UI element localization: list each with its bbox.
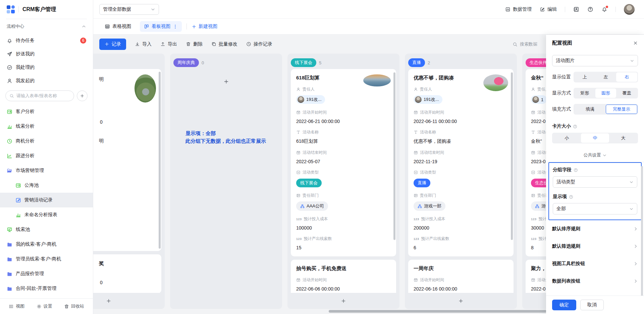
common-settings-toggle[interactable]: 公共设置 bbox=[552, 152, 638, 158]
option-大[interactable]: 大 bbox=[609, 133, 637, 143]
search-icon bbox=[513, 42, 518, 47]
sidebar-item-抄送我的[interactable]: 抄送我的 bbox=[0, 47, 93, 61]
display-items-select[interactable]: 全部 bbox=[553, 203, 637, 214]
sidebar-item-产品售后服务[interactable]: 产品售后服务 bbox=[0, 296, 93, 298]
start-time-value: 2022-06-11 00:00:00 bbox=[414, 119, 508, 124]
option-小[interactable]: 小 bbox=[553, 133, 581, 143]
sidebar-item-营销活动记录[interactable]: 营销活动记录 bbox=[0, 193, 93, 207]
chevron-up-icon[interactable] bbox=[82, 24, 86, 29]
footer-回收站-button[interactable]: 回收站 bbox=[64, 303, 84, 309]
owner-chip[interactable]: 191改... bbox=[414, 95, 442, 104]
sidebar-item-待办任务[interactable]: 待办任务6 bbox=[0, 34, 93, 47]
cancel-button[interactable]: 取消 bbox=[580, 300, 604, 310]
kanban-card[interactable]: 奖0 bbox=[93, 254, 161, 293]
option-上[interactable]: 上 bbox=[574, 72, 595, 82]
toolbar-导出-button[interactable]: 导出 bbox=[160, 41, 177, 47]
panel-nav-视图工具栏按钮[interactable]: 视图工具栏按钮 bbox=[552, 255, 638, 272]
panel-nav-数据列表按钮[interactable]: 数据列表按钮 bbox=[552, 272, 638, 290]
kanban-card[interactable]: 优惠不够，团购凑责任人191改...活动开始时间2022-06-11 00:00… bbox=[408, 69, 514, 256]
panel-scrollbar[interactable] bbox=[641, 166, 643, 296]
header-action-编辑[interactable]: 编辑 bbox=[540, 6, 557, 12]
option-圆形[interactable]: 圆形 bbox=[595, 88, 616, 98]
option-填满[interactable]: 填满 bbox=[574, 105, 606, 114]
new-view-button[interactable]: 新建视图 bbox=[192, 23, 217, 29]
up-icon bbox=[160, 42, 165, 47]
sidebar-item-商机分析[interactable]: 商机分析 bbox=[0, 134, 93, 148]
kanban-card[interactable]: 一周年庆活动开始时间2022-06-16 00:00:00活动名称 bbox=[408, 260, 514, 293]
number-field-icon: 123 bbox=[414, 237, 419, 241]
add-card-button[interactable] bbox=[408, 293, 514, 309]
chevron-right-icon bbox=[633, 244, 638, 249]
sidebar-item-公海池[interactable]: 公海池 bbox=[0, 178, 93, 193]
sidebar-search-input[interactable]: 请输入表单/报表名称 bbox=[5, 90, 74, 101]
sidebar-item-合同-回款-开票管理[interactable]: 合同-回款-开票管理 bbox=[0, 281, 93, 296]
option-左[interactable]: 左 bbox=[595, 72, 616, 82]
image-field-select[interactable]: 活动图片 bbox=[552, 55, 638, 66]
column-scrollbar[interactable] bbox=[511, 72, 513, 240]
tab-kanban-view[interactable]: 看板视图 bbox=[140, 21, 182, 32]
confirm-button[interactable]: 确定 bbox=[552, 300, 576, 310]
chevron-down-icon bbox=[602, 153, 607, 158]
toolbar-导入-button[interactable]: 导入 bbox=[135, 41, 152, 47]
user-avatar[interactable] bbox=[624, 4, 635, 15]
column-scrollbar[interactable] bbox=[393, 72, 395, 240]
tab-table-view[interactable]: 表格视图 bbox=[101, 21, 135, 32]
activity-type-pill: 线下展会 bbox=[296, 179, 322, 187]
data-scope-select[interactable]: 管理全部数据 bbox=[99, 4, 159, 15]
kebab-menu-icon[interactable] bbox=[173, 24, 178, 29]
toolbar-删除-button[interactable]: 删除 bbox=[186, 41, 203, 47]
plus-icon bbox=[80, 93, 85, 98]
column-scrollbar[interactable] bbox=[159, 72, 161, 249]
add-record-button[interactable]: 记录 bbox=[99, 39, 126, 50]
chevron-down-icon bbox=[630, 59, 634, 63]
toolbar-操作记录-button[interactable]: 操作记录 bbox=[246, 41, 272, 47]
footer-视图-button[interactable]: 视图 bbox=[9, 303, 24, 309]
kanban-card[interactable]: 明0明 bbox=[93, 69, 161, 251]
header-action-数据管理[interactable]: 数据管理 bbox=[505, 6, 532, 12]
sidebar-item-我发起的[interactable]: 我发起的 bbox=[0, 74, 93, 87]
folder-icon bbox=[7, 286, 12, 292]
close-icon[interactable] bbox=[633, 41, 638, 46]
option-覆盖[interactable]: 覆盖 bbox=[616, 88, 637, 98]
sidebar-item-线索分析[interactable]: 线索分析 bbox=[0, 119, 93, 134]
dept-chip[interactable]: AAA公司 bbox=[296, 201, 328, 211]
group-field-select[interactable]: 活动类型 bbox=[553, 176, 637, 188]
option-中[interactable]: 中 bbox=[581, 133, 609, 143]
cal-icon bbox=[531, 278, 535, 282]
add-form-button[interactable] bbox=[77, 90, 88, 101]
option-完整显示[interactable]: 完整显示 bbox=[606, 105, 637, 114]
sidebar-item-管理员线索-客户-商机[interactable]: 管理员线索-客户-商机 bbox=[0, 252, 93, 266]
sidebar-section-process-center[interactable]: 流程中心 bbox=[0, 19, 93, 34]
card-title: 618巨划算 bbox=[296, 75, 357, 81]
panel-nav-默认排序规则[interactable]: 默认排序规则 bbox=[552, 220, 638, 238]
dept-chip[interactable]: 游戏一部 bbox=[414, 201, 445, 211]
owner-chip[interactable]: 1 bbox=[531, 95, 547, 104]
add-card-button[interactable] bbox=[173, 293, 279, 309]
sidebar-item-线索池[interactable]: 线索池 bbox=[0, 222, 93, 237]
sidebar-item-市场营销管理[interactable]: 市场营销管理 bbox=[0, 163, 93, 178]
sidebar-item-我处理的[interactable]: 我处理的 bbox=[0, 61, 93, 74]
horizontal-scrollbar[interactable] bbox=[329, 310, 547, 313]
add-card-button[interactable] bbox=[93, 293, 161, 309]
add-card-button[interactable] bbox=[223, 78, 229, 84]
toolbar-批量修改-button[interactable]: 批量修改 bbox=[211, 41, 237, 47]
contacts-button[interactable] bbox=[573, 6, 579, 12]
add-card-button[interactable] bbox=[291, 293, 396, 309]
owner-chip[interactable]: 191改... bbox=[296, 95, 325, 104]
notifications-button[interactable] bbox=[601, 6, 607, 12]
chevron-down-icon bbox=[629, 207, 634, 211]
panel-nav-默认筛选规则[interactable]: 默认筛选规则 bbox=[552, 238, 638, 255]
option-右[interactable]: 右 bbox=[616, 72, 637, 82]
sidebar-item-跟进分析[interactable]: 跟进分析 bbox=[0, 148, 93, 163]
footer-设置-button[interactable]: 设置 bbox=[37, 303, 52, 309]
sidebar-item-客户分析[interactable]: 客户分析 bbox=[0, 104, 93, 119]
kanban-card[interactable]: 618巨划算责任人191改...活动开始时间2022-06-21 00:00:0… bbox=[291, 69, 396, 256]
sidebar-item-产品报价管理[interactable]: 产品报价管理 bbox=[0, 266, 93, 281]
cal-icon bbox=[414, 110, 418, 115]
option-矩形[interactable]: 矩形 bbox=[574, 88, 595, 98]
sidebar-item-我的线索-客户-商机[interactable]: 我的线索-客户-商机 bbox=[0, 237, 93, 252]
sidebar-item-未命名分析报表[interactable]: 未命名分析报表 bbox=[0, 207, 93, 222]
end-time-value: 2022-05-07 bbox=[296, 159, 391, 164]
help-button[interactable] bbox=[587, 6, 593, 12]
kanban-card[interactable]: 抽号购买，手机免费送活动开始时间2022-06-06 00:00:00活动名称 bbox=[291, 260, 396, 293]
